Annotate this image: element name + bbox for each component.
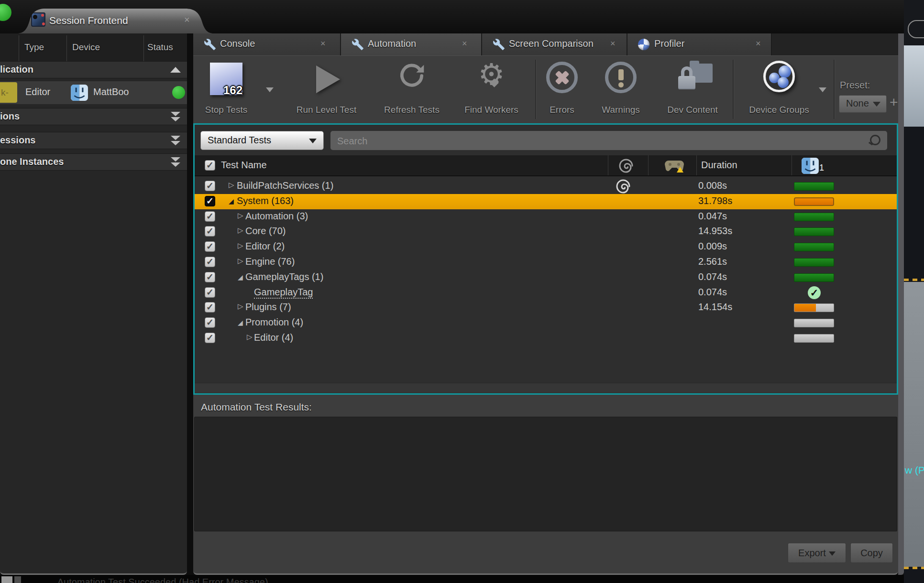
add-preset-icon[interactable]: + — [890, 94, 898, 110]
expand-down-icon[interactable] — [171, 112, 180, 122]
test-row-automation-3[interactable]: ✓▷Automation (3)0.047s — [195, 209, 897, 225]
test-row-promotion-4[interactable]: ✓◢Promotion (4) — [195, 315, 897, 331]
test-row-engine-76[interactable]: ✓▷Engine (76)2.561s — [195, 255, 897, 270]
dev-content-button[interactable]: Dev Content — [661, 59, 724, 119]
expand-arrow-icon[interactable]: ▷ — [238, 226, 243, 235]
results-output-area[interactable] — [194, 417, 897, 531]
panel-splitter[interactable] — [187, 33, 193, 575]
session-group-application[interactable]: lication — [0, 61, 187, 78]
test-filter-dropdown[interactable]: Standard Tests — [200, 131, 324, 150]
row-checkbox[interactable]: ✓ — [205, 241, 215, 252]
test-name: Core (70) — [245, 226, 286, 237]
tab-profiler[interactable]: Profiler × — [627, 33, 772, 55]
row-checkbox[interactable]: ✓ — [205, 272, 215, 282]
run-level-test-label: Run Level Test — [287, 105, 366, 115]
stop-tests-label: Stop Tests — [201, 105, 252, 115]
tab-close-icon[interactable]: × — [320, 39, 326, 49]
stop-tests-dropdown-icon[interactable] — [266, 87, 274, 92]
duration-column-header[interactable]: Duration — [701, 160, 737, 171]
duration-bar — [794, 273, 834, 282]
test-row-core-70[interactable]: ✓▷Core (70)14.953s — [195, 224, 897, 239]
statusbar-thumb[interactable] — [1, 576, 12, 583]
collapse-arrow-icon[interactable]: ◢ — [238, 273, 243, 281]
column-divider — [608, 155, 608, 175]
collapse-up-icon[interactable] — [170, 67, 181, 73]
column-header-type[interactable]: Type — [24, 42, 44, 53]
horizontal-scrollbar[interactable] — [195, 383, 897, 393]
session-group-sessions[interactable]: ions — [0, 108, 187, 125]
select-all-checkbox[interactable]: ✓ — [205, 160, 215, 171]
expand-arrow-icon[interactable]: ▷ — [238, 211, 243, 220]
row-checkbox[interactable]: ✓ — [205, 287, 215, 298]
run-level-test-button[interactable]: Run Level Test — [287, 59, 366, 119]
session-group-standalone-instances[interactable]: one Instances — [0, 153, 187, 171]
row-checkbox[interactable]: ✓ — [205, 317, 215, 328]
test-row-editor-4[interactable]: ✓▷Editor (4) — [195, 331, 897, 346]
test-row-gameplaytags-1[interactable]: ✓◢GameplayTags (1)0.074s — [195, 270, 897, 285]
preview-label: w (P — [905, 464, 924, 476]
row-checkbox[interactable]: ✓ — [205, 196, 215, 206]
expand-arrow-icon[interactable]: ▷ — [229, 181, 234, 189]
warnings-button[interactable]: Warnings — [598, 59, 644, 119]
session-group-label: one Instances — [0, 156, 64, 167]
tab-automation[interactable]: Automation × — [341, 33, 482, 55]
find-workers-button[interactable]: ⚙ Find Workers — [457, 59, 526, 119]
viewport-ground: w (P — [904, 282, 924, 567]
collapse-arrow-icon[interactable]: ◢ — [238, 319, 243, 326]
search-icon[interactable] — [870, 135, 880, 145]
test-row-plugins-7[interactable]: ✓▷Plugins (7)14.154s — [195, 300, 897, 315]
errors-button[interactable]: Errors — [542, 59, 582, 119]
column-header-status[interactable]: Status — [147, 42, 173, 53]
row-checkbox[interactable]: ✓ — [205, 181, 215, 191]
instance-name: MattBoo — [93, 86, 129, 97]
device-groups-label: Device Groups — [739, 105, 819, 115]
column-divider — [648, 155, 649, 175]
column-header-device[interactable]: Device — [72, 42, 100, 53]
tab-close-icon[interactable]: × — [462, 39, 467, 49]
row-checkbox[interactable]: ✓ — [205, 226, 215, 237]
session-frontend-close-icon[interactable]: × — [184, 14, 190, 25]
expand-down-icon[interactable] — [171, 136, 180, 146]
test-row-system-163[interactable]: ✓◢System (163)31.798s — [195, 194, 897, 209]
row-checkbox[interactable]: ✓ — [205, 257, 215, 267]
expand-arrow-icon[interactable]: ▷ — [238, 257, 243, 265]
preset-dropdown[interactable]: None — [839, 95, 887, 113]
copy-button[interactable]: Copy — [850, 543, 893, 563]
row-checkbox[interactable]: ✓ — [205, 333, 215, 343]
warnings-label: Warnings — [598, 105, 644, 115]
test-row-buildpatchservices-1[interactable]: ✓▷BuildPatchServices (1) 0.008s — [195, 179, 897, 194]
test-row-editor-2[interactable]: ✓▷Editor (2)0.009s — [195, 239, 897, 255]
tab-screen-comparison[interactable]: Screen Comparison × — [482, 33, 627, 55]
find-workers-label: Find Workers — [457, 105, 526, 115]
expand-arrow-icon[interactable]: ▷ — [247, 333, 253, 341]
tab-label: Screen Comparison — [509, 38, 594, 49]
tab-close-icon[interactable]: × — [610, 39, 616, 49]
expand-arrow-icon[interactable]: ▷ — [238, 241, 243, 250]
session-group-other-sessions[interactable]: essions — [0, 132, 187, 149]
device-groups-button[interactable]: Device Groups — [739, 59, 819, 119]
toolbar-divider — [535, 60, 537, 119]
tab-close-icon[interactable]: × — [756, 39, 761, 49]
test-name-column-header[interactable]: Test Name — [221, 160, 267, 171]
stop-tests-button[interactable]: 162 Stop Tests — [201, 59, 252, 119]
errors-icon — [546, 62, 578, 93]
device-column-icon[interactable] — [801, 157, 819, 174]
row-checkbox[interactable]: ✓ — [205, 211, 215, 222]
gamepad-column-icon[interactable] — [663, 159, 685, 173]
statusbar-chip — [14, 576, 21, 583]
test-row-gameplaytag[interactable]: ✓GameplayTag0.074s✓ — [195, 285, 897, 301]
tab-console[interactable]: Console × — [193, 33, 341, 55]
refresh-tests-label: Refresh Tests — [376, 105, 448, 115]
session-instance-row[interactable]: k- Editor MattBoo — [0, 81, 187, 105]
session-frontend-tab[interactable]: Session Frontend × — [17, 7, 214, 33]
refresh-tests-button[interactable]: Refresh Tests — [376, 59, 448, 119]
mac-device-icon — [70, 84, 88, 101]
device-groups-dropdown-icon[interactable] — [819, 87, 826, 92]
expand-down-icon[interactable] — [171, 157, 180, 168]
collapse-arrow-icon[interactable]: ◢ — [229, 197, 234, 205]
duration-bar — [794, 303, 834, 312]
row-checkbox[interactable]: ✓ — [205, 302, 215, 313]
expand-arrow-icon[interactable]: ▷ — [238, 302, 243, 311]
search-input[interactable] — [336, 131, 859, 151]
export-button[interactable]: Export — [788, 543, 846, 563]
